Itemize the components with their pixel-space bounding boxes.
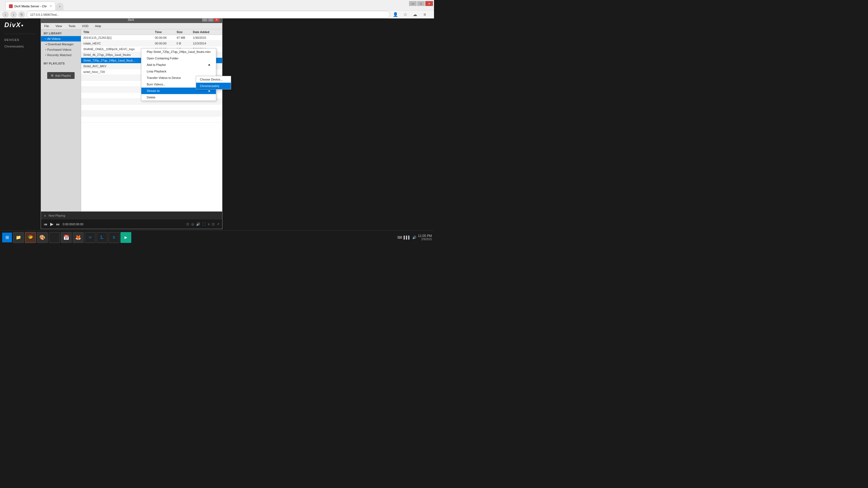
- divx-close-button[interactable]: ✕: [214, 18, 219, 22]
- taskbar-system-tray: ⌨ ▌▌▌ 🔊 11:05 PM 2/9/2015: [397, 234, 432, 241]
- add-playlist-area: ⊞ Add Playlist: [41, 68, 81, 83]
- chromecastmj-label: Chromecastmj: [200, 84, 219, 88]
- sidebar-item-download-manager[interactable]: ◂ Download Manager: [41, 41, 81, 47]
- list-item-empty: [81, 105, 222, 110]
- fullscreen-icon[interactable]: ⛶: [203, 222, 206, 226]
- col-date: Date Added: [193, 30, 220, 34]
- col-size: Size: [177, 30, 193, 34]
- subtitles-icon[interactable]: ⊡: [186, 222, 189, 226]
- new-tab-button[interactable]: +: [56, 3, 63, 10]
- now-playing-bar[interactable]: ▲ Now Playing: [41, 212, 222, 219]
- submenu-chromecastmj[interactable]: Chromecastmj: [196, 83, 231, 89]
- taskbar-skype[interactable]: S: [108, 232, 119, 243]
- ctx-add-playlist[interactable]: Add to Playlist ▶: [141, 62, 216, 68]
- refresh-button[interactable]: ↻: [19, 11, 25, 18]
- ctx-delete[interactable]: Delete: [141, 94, 216, 101]
- bookmark-icon[interactable]: ☆: [401, 11, 409, 19]
- forward-button[interactable]: ›: [10, 11, 17, 18]
- menu-help[interactable]: Help: [94, 24, 102, 28]
- taskbar-clock: 11:05 PM 2/9/2015: [418, 234, 432, 241]
- divx-maximize-button[interactable]: □: [208, 18, 214, 22]
- audio-track-icon[interactable]: ◎: [191, 222, 194, 226]
- list-item-empty: [81, 110, 222, 117]
- back-button[interactable]: ‹: [2, 11, 9, 18]
- divx-menubar: File View Tools VOD Help: [41, 23, 222, 29]
- row-time: 00:00:08: [155, 36, 177, 39]
- now-playing-label: Now Playing: [49, 214, 65, 217]
- address-text: 127.0.0.1:58067/ind...: [30, 13, 59, 16]
- sidebar-item-all-videos[interactable]: ▪ All Videos: [41, 36, 81, 41]
- stream-submenu: Choose Device... Chromecastmj: [196, 76, 231, 90]
- fast-forward-button[interactable]: ⏭: [56, 222, 60, 226]
- sidebar-item-recently-watched[interactable]: ▪ Recently Watched: [41, 52, 81, 58]
- row-date: 1/30/2015: [193, 36, 220, 39]
- taskbar-outlook[interactable]: ✉: [85, 232, 95, 243]
- add-playlist-label: Add Playlist: [55, 74, 70, 77]
- taskbar-media-player[interactable]: ▶: [120, 232, 131, 243]
- browser-tab[interactable]: DivX Media Server - Chro... ✕: [5, 2, 55, 10]
- profile-icon[interactable]: 👤: [392, 11, 399, 19]
- logo-area: DivX: [0, 16, 39, 34]
- ctx-add-playlist-label: Add to Playlist: [147, 63, 166, 66]
- row-time: 00:00:00: [155, 42, 177, 45]
- list-item[interactable]: 20141115_212613[1] 00:00:08 47 MB 1/30/2…: [81, 35, 222, 41]
- taskbar-lync[interactable]: L: [97, 232, 107, 243]
- ctx-transfer-label: Transfer Videos to Device: [147, 76, 181, 79]
- tab-close-icon[interactable]: ✕: [50, 5, 52, 8]
- player-action-icons: ⊡ ◎ 🔊 ⛶ ≡ ⊡ ↗: [186, 222, 219, 226]
- taskbar-file-explorer[interactable]: 📁: [13, 232, 24, 243]
- wireless-icon[interactable]: ⊡: [212, 222, 215, 226]
- row-title: 20141115_212613[1]: [83, 36, 155, 39]
- rewind-button[interactable]: ⏮: [44, 222, 48, 226]
- ctx-play[interactable]: Play Sintel_720p_27qp_24fps_1aud_9subs.m…: [141, 48, 216, 55]
- play-button[interactable]: ▶: [50, 222, 54, 227]
- player-controls-bar: ⏮ ▶ ⏭ 0:00:00/0:00:00 ⊡ ◎ 🔊 ⛶ ≡ ⊡ ↗: [41, 219, 222, 229]
- start-button[interactable]: ⊞: [2, 233, 12, 242]
- menu-file[interactable]: File: [43, 24, 50, 28]
- player-time-display: 0:00:00/0:00:00: [63, 223, 83, 226]
- menu-icon[interactable]: ≡: [421, 11, 429, 19]
- cast-icon[interactable]: ↗: [217, 222, 219, 226]
- purchased-videos-icon: ▪: [45, 48, 46, 51]
- divx-minimize-button[interactable]: —: [202, 18, 208, 22]
- sidebar-item-purchased-videos[interactable]: ▪ Purchased Videos: [41, 47, 81, 52]
- playlist-icon[interactable]: ≡: [208, 222, 210, 226]
- ctx-stream-label: Stream to: [147, 89, 160, 93]
- add-playlist-button[interactable]: ⊞ Add Playlist: [47, 72, 74, 79]
- divx-window-controls: — □ ✕: [202, 18, 219, 22]
- volume-icon[interactable]: 🔊: [196, 222, 200, 226]
- now-playing-arrow-icon: ▲: [44, 214, 46, 217]
- divx-window-title: DivX: [60, 18, 202, 22]
- menu-vod[interactable]: VOD: [81, 24, 90, 28]
- menu-tools[interactable]: Tools: [67, 24, 76, 28]
- device-chromecastmj[interactable]: Chromecastmj: [4, 44, 35, 49]
- add-playlist-arrow-icon: ▶: [209, 63, 211, 66]
- taskbar-firefox[interactable]: 🦊: [73, 232, 84, 243]
- list-header: Title Time Size Date Added: [81, 29, 222, 35]
- volume-sys-icon: 🔊: [412, 236, 416, 239]
- maximize-button[interactable]: □: [417, 1, 425, 6]
- minimize-button[interactable]: —: [409, 1, 416, 6]
- context-menu: Play Sintel_720p_27qp_24fps_1aud_9subs.m…: [141, 48, 216, 101]
- all-videos-icon: ▪: [45, 37, 46, 40]
- close-button[interactable]: ✕: [425, 1, 433, 6]
- browser-actions: 👤 ☆ ☁ ≡: [392, 11, 432, 19]
- taskbar-chrome-browser[interactable]: [25, 232, 36, 243]
- my-library-section: MY LIBRARY ▪ All Videos ◂ Download Manag…: [41, 29, 81, 59]
- menu-view[interactable]: View: [55, 24, 63, 28]
- download-manager-label: Download Manager: [48, 42, 73, 46]
- list-item[interactable]: rotate_HEVC 00:00:00 0 B 12/3/2014: [81, 41, 222, 46]
- address-bar[interactable]: 127.0.0.1:58067/ind...: [27, 11, 390, 19]
- cloud-icon[interactable]: ☁: [411, 11, 419, 19]
- ctx-open-folder[interactable]: Open Containing Folder: [141, 55, 216, 62]
- purchased-videos-label: Purchased Videos: [47, 48, 71, 51]
- devices-label: DEVICES: [4, 38, 35, 41]
- taskbar-paint[interactable]: 🎨: [37, 232, 48, 243]
- submenu-choose-device[interactable]: Choose Device...: [196, 76, 231, 83]
- list-item-empty: [81, 117, 222, 123]
- ctx-loop-playback[interactable]: Loop Playback: [141, 68, 216, 74]
- taskbar-calendar[interactable]: 📅: [61, 232, 72, 243]
- recently-watched-label: Recently Watched: [47, 54, 71, 57]
- choose-device-label: Choose Device...: [200, 78, 223, 81]
- taskbar-screen[interactable]: [49, 232, 60, 243]
